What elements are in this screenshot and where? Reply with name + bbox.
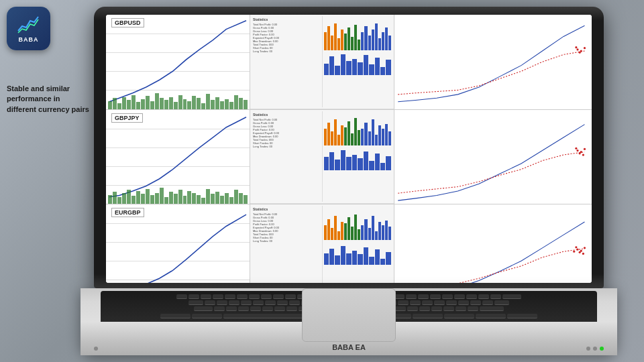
description-text: Stable and similar performance in differ… <box>7 84 89 115</box>
chart-area-gbpusd <box>106 15 250 109</box>
performance-area-gbpjpy <box>394 110 592 204</box>
performance-area-gbpusd <box>394 15 592 109</box>
svg-point-3 <box>580 50 582 52</box>
app-icon: BABA <box>7 7 50 50</box>
data-tables-gbpjpy: Statistics Total Net Profit: 0.00Gross P… <box>250 110 394 204</box>
indicator-dot-green <box>600 347 604 351</box>
screen-content: GBPUSD <box>106 15 592 283</box>
pair-section-gbpjpy: GBPJPY <box>106 110 592 205</box>
pair-section-gbpusd: GBPUSD <box>106 15 592 110</box>
touchpad[interactable] <box>302 288 396 342</box>
chart-area-gbpjpy <box>106 110 250 204</box>
svg-point-17 <box>573 251 575 253</box>
svg-point-7 <box>575 147 577 149</box>
pair-section-eurgbp: EURGBP <box>106 204 592 283</box>
svg-point-0 <box>576 48 578 50</box>
pair-label-gbpusd: GBPUSD <box>111 18 144 27</box>
data-tables-eurgbp: Statistics Total Net Profit: 0.00Gross P… <box>250 204 394 283</box>
chart-svg-icon <box>17 14 40 34</box>
histogram-gbpusd <box>106 89 250 109</box>
histogram-gbpjpy <box>106 184 250 204</box>
svg-point-14 <box>580 250 582 252</box>
svg-point-15 <box>584 247 586 249</box>
svg-point-4 <box>584 47 586 49</box>
indicator-dot-2 <box>586 347 590 351</box>
bottom-bar: BABA EA <box>80 342 617 355</box>
laptop-screen-outer: GBPUSD <box>94 7 604 288</box>
svg-point-9 <box>584 147 586 149</box>
left-panel: BABA Stable and similar performance in d… <box>0 0 104 362</box>
laptop-base: BABA EA <box>80 288 617 355</box>
svg-point-13 <box>575 246 577 248</box>
svg-point-11 <box>576 248 578 250</box>
icon-label: BABA <box>19 36 39 43</box>
indicator-dot-3 <box>593 347 597 351</box>
svg-point-2 <box>575 46 577 48</box>
pair-label-eurgbp: EURGBP <box>111 208 144 217</box>
performance-area-eurgbp <box>394 204 592 283</box>
indicators-right <box>586 347 604 351</box>
bottom-label: BABA EA <box>332 343 366 351</box>
svg-point-8 <box>580 151 582 153</box>
pair-label-gbpjpy: GBPJPY <box>111 113 143 123</box>
data-tables-gbpusd: Statistics Total Net Profit: 0.00Gross P… <box>250 15 394 109</box>
laptop: GBPUSD <box>87 7 610 355</box>
histogram-eurgbp <box>106 279 250 284</box>
laptop-screen-inner: GBPUSD <box>106 15 592 283</box>
svg-point-10 <box>582 154 584 156</box>
svg-point-16 <box>582 253 584 255</box>
svg-point-5 <box>576 149 578 151</box>
